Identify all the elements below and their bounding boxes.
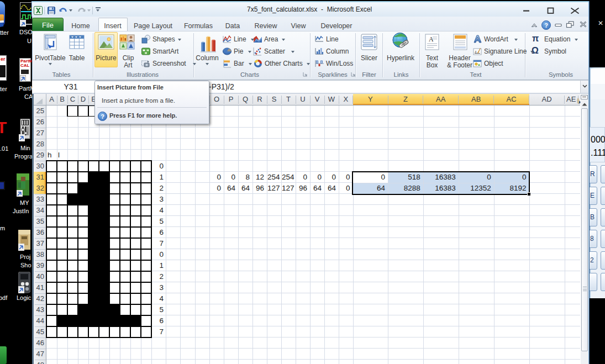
svg-text:?: ? bbox=[101, 113, 104, 120]
svg-text:X: X bbox=[474, 50, 477, 54]
svg-text:?: ? bbox=[544, 22, 548, 29]
